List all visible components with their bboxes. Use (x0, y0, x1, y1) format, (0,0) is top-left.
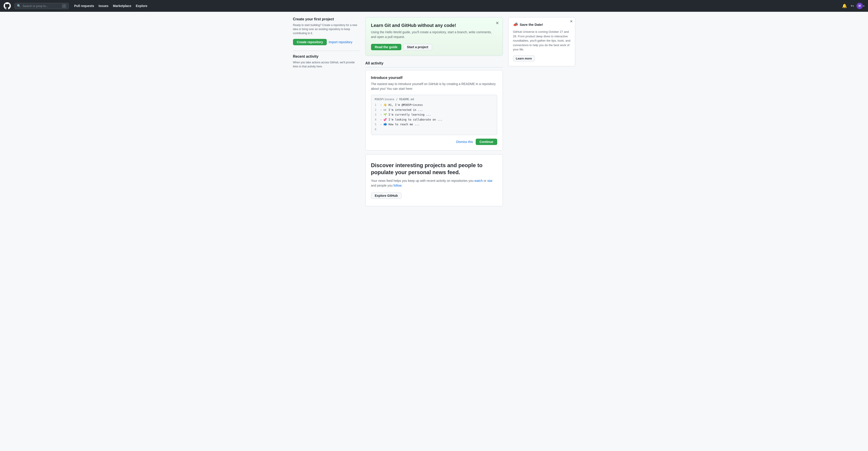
discover-desc-before: Your news feed helps you keep up with re… (371, 179, 474, 183)
watch-link[interactable]: watch (474, 179, 483, 183)
introduce-card-desc: The easiest way to introduce yourself on… (371, 82, 497, 91)
nav-link-pull-requests[interactable]: Pull requests (72, 3, 96, 9)
discover-card: Discover interesting projects and people… (365, 154, 503, 206)
introduce-card-title: Introduce yourself (371, 76, 497, 80)
code-line-1: 1 - 👋 Hi, I'm @M365Princess (375, 103, 493, 108)
nav-link-marketplace[interactable]: Marketplace (111, 3, 133, 9)
banner-desc: Using the Hello World guide, you'll crea… (371, 30, 497, 39)
nav-link-issues[interactable]: Issues (97, 3, 110, 9)
sidebar-divider (293, 51, 360, 51)
save-date-header: 📣 Save the Date! (513, 22, 570, 27)
sidebar-actions: Create repository Import repository (293, 39, 360, 45)
notifications-button[interactable]: 🔔 (841, 2, 848, 9)
discover-desc-after: . (401, 184, 402, 187)
code-line-4-text: - 💞️ I'm looking to collaborate on ... (380, 117, 442, 122)
code-line-2: 2 - 👀 I'm interested in ... (375, 108, 493, 113)
continue-button[interactable]: Continue (476, 139, 497, 145)
code-lines: 1 - 👋 Hi, I'm @M365Princess 2 - 👀 I'm in… (375, 103, 493, 132)
search-box[interactable]: 🔍 Search or jump to... / (14, 3, 69, 9)
avatar: M (857, 3, 863, 9)
save-date-desc: GitHub Universe is coming October 27 and… (513, 30, 570, 52)
nav-link-explore[interactable]: Explore (134, 3, 149, 9)
search-icon: 🔍 (17, 4, 21, 8)
introduce-card-footer: Dismiss this Continue (371, 139, 497, 145)
new-menu-button[interactable]: + ▾ (850, 3, 855, 9)
code-line-5: 5 - 📫 How to reach me ... (375, 122, 493, 127)
code-line-2-text: - 👀 I'm interested in ... (380, 108, 423, 113)
sidebar-project-title: Create your first project (293, 17, 360, 21)
recent-activity-desc: When you take actions across GitHub, we'… (293, 60, 360, 68)
code-line-4: 4 - 💞️ I'm looking to collaborate on ... (375, 117, 493, 122)
discover-or: or (483, 179, 487, 183)
chevron-down-icon: ▾ (852, 5, 854, 7)
banner-actions: Read the guide Start a project (371, 44, 497, 50)
discover-desc-middle: and people you (371, 184, 394, 187)
save-the-date-card: ✕ 📣 Save the Date! GitHub Universe is co… (508, 17, 575, 66)
create-repository-button[interactable]: Create repository (293, 39, 327, 45)
code-filename: M365Princess / README.md (375, 98, 493, 101)
avatar-chevron-icon: ▾ (863, 5, 864, 7)
import-repository-button[interactable]: Import repository (329, 39, 352, 45)
navbar-right: 🔔 + ▾ M ▾ (841, 2, 864, 9)
code-line-5-text: - 📫 How to reach me ... (380, 122, 420, 127)
navbar: 🔍 Search or jump to... / Pull requests I… (0, 0, 868, 12)
learn-more-button[interactable]: Learn more (513, 55, 535, 62)
read-guide-button[interactable]: Read the guide (371, 44, 401, 50)
activity-section: All activity Introduce yourself The easi… (365, 59, 503, 206)
introduce-yourself-card: Introduce yourself The easiest way to in… (365, 70, 503, 151)
discover-desc: Your news feed helps you keep up with re… (371, 178, 497, 188)
github-logo[interactable] (4, 2, 11, 9)
search-shortcut: / (62, 4, 66, 8)
save-date-title: Save the Date! (520, 23, 543, 27)
search-placeholder: Search or jump to... (23, 4, 48, 8)
learn-git-banner: ✕ Learn Git and GitHub without any code!… (365, 17, 503, 56)
code-line-1-text: - 👋 Hi, I'm @M365Princess (380, 103, 423, 108)
plus-icon: + (850, 4, 852, 8)
main-content: ✕ Learn Git and GitHub without any code!… (365, 17, 503, 206)
right-panel: ✕ 📣 Save the Date! GitHub Universe is co… (508, 17, 575, 206)
dismiss-button[interactable]: Dismiss this (456, 140, 473, 144)
megaphone-icon: 📣 (513, 22, 518, 27)
user-menu-button[interactable]: M ▾ (857, 3, 864, 9)
star-link[interactable]: star (487, 179, 492, 183)
code-line-6-text (380, 127, 382, 132)
sidebar-project-desc: Ready to start building? Create a reposi… (293, 23, 360, 35)
activity-section-title: All activity (365, 59, 503, 67)
bell-icon: 🔔 (842, 3, 847, 8)
code-line-3-text: - 🌱 I'm currently learning ... (380, 112, 431, 117)
banner-close-button[interactable]: ✕ (495, 20, 500, 26)
code-line-6: 6 (375, 127, 493, 132)
discover-title: Discover interesting projects and people… (371, 162, 497, 176)
save-date-close-button[interactable]: ✕ (570, 20, 573, 23)
recent-activity-title: Recent activity (293, 55, 360, 59)
sidebar: Create your first project Ready to start… (293, 17, 360, 206)
explore-github-button[interactable]: Explore GitHub (371, 192, 402, 199)
readme-code-block: M365Princess / README.md 1 - 👋 Hi, I'm @… (371, 95, 497, 135)
code-line-3: 3 - 🌱 I'm currently learning ... (375, 112, 493, 117)
navbar-links: Pull requests Issues Marketplace Explore (72, 3, 837, 9)
start-project-button[interactable]: Start a project (403, 44, 432, 50)
banner-title: Learn Git and GitHub without any code! (371, 23, 497, 28)
content-wrapper: ✕ Learn Git and GitHub without any code!… (365, 17, 575, 206)
page-layout: Create your first project Ready to start… (289, 12, 579, 212)
follow-link[interactable]: follow (394, 184, 401, 187)
